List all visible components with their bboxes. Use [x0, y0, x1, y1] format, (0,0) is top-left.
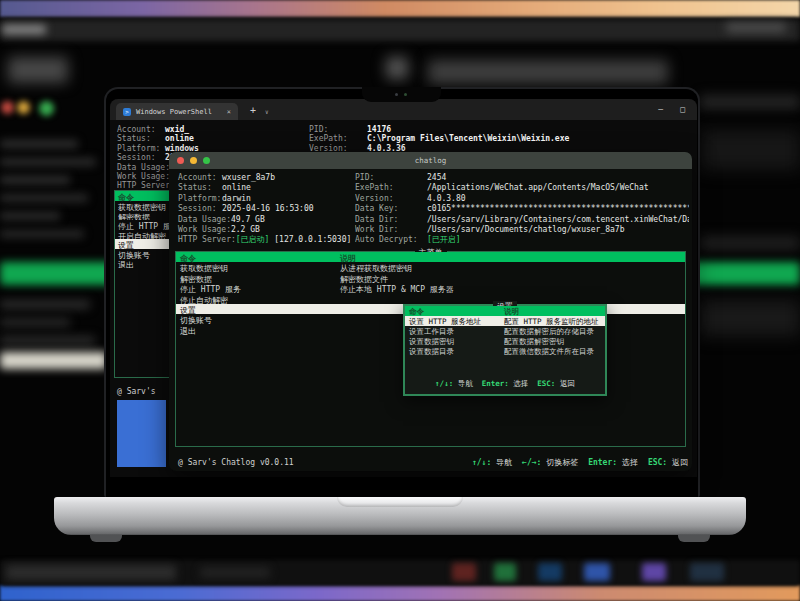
info-row: Account:wxid_ [117, 125, 257, 134]
blur-blob [0, 336, 95, 345]
key-hint: ↑/↓: 导航 [435, 379, 473, 389]
settings-popup-footer: ↑/↓: 导航Enter: 选择ESC: 返回 [405, 379, 605, 389]
blurred-white-bar [0, 352, 107, 369]
info-row: PID:14176 [309, 125, 569, 134]
info-row: ExePath:C:\Program Files\Tencent\Weixin\… [309, 134, 569, 143]
powershell-info-right: PID:14176ExePath:C:\Program Files\Tencen… [309, 125, 569, 153]
tab-title: Windows PowerShell [136, 108, 212, 116]
minimize-button[interactable]: — [658, 105, 663, 114]
info-row: Auto Decrypt:[已开启] [355, 235, 689, 245]
traffic-lights [177, 157, 210, 164]
info-row: PID:2454 [355, 173, 689, 183]
blurred-traffic-light-green [39, 101, 54, 116]
settings-popup-row[interactable]: 设置数据密钥配置数据解密密钥 [405, 336, 605, 346]
blur-blob [428, 60, 668, 84]
key-hint: ←/→: 切换标签 [522, 457, 578, 468]
blur-blob [0, 194, 88, 202]
powershell-icon [123, 108, 131, 116]
blur-blob [6, 565, 176, 580]
key-hint: Enter: 选择 [588, 457, 638, 468]
blurred-traffic-light-yellow [17, 101, 30, 114]
settings-popup-header: 命令 说明 [405, 306, 605, 316]
blur-blob [726, 23, 786, 32]
blurred-traffic-light-red [1, 101, 14, 114]
blur-blob [2, 25, 46, 34]
blur-blob [200, 567, 270, 578]
blur-blob [0, 318, 70, 327]
info-row: Version:4.0.3.80 [355, 194, 689, 204]
blur-blob [700, 95, 800, 109]
new-tab-button[interactable]: + [250, 105, 256, 116]
info-row: Session:2025-04-16 16:53:00 [178, 204, 351, 214]
main-menu-row[interactable]: 停止自动解密 [176, 294, 685, 304]
blurred-dock-icon [690, 563, 724, 581]
blur-blob [0, 230, 84, 238]
blur-blob [0, 300, 90, 309]
powershell-tabbar: Windows PowerShell × + ∨ — □ [110, 99, 697, 120]
camera-indicator [404, 93, 407, 96]
blurred-dock-icon [538, 563, 562, 581]
key-hint: ESC: 返回 [537, 379, 575, 389]
info-row: Account:wxuser_8a7b [178, 173, 351, 183]
laptop-lid-scoop [337, 497, 463, 507]
chatlog-info-right: PID:2454ExePath:/Applications/WeChat.app… [355, 173, 689, 246]
maximize-button[interactable]: □ [680, 105, 685, 114]
powershell-statusbar: @ Sarv's [117, 387, 156, 396]
info-row: Status:online [178, 183, 351, 193]
blur-blob [0, 19, 800, 41]
blur-blob [700, 236, 800, 250]
laptop-notch [362, 87, 441, 102]
main-menu-row[interactable]: 停止 HTTP 服务停止本地 HTTP & MCP 服务器 [176, 283, 685, 293]
app-version: @ Sarv's Chatlog v0.0.11 [178, 458, 294, 467]
key-hint: Enter: 选择 [482, 379, 529, 389]
blur-blob [386, 57, 408, 79]
background-bottom-gradient [0, 585, 800, 601]
tab-windows-powershell[interactable]: Windows PowerShell × [116, 103, 238, 120]
blur-blob [8, 57, 68, 83]
blurred-dock-icon [494, 563, 516, 581]
settings-popup: 设置 命令 说明 设置 HTTP 服务地址配置 HTTP 服务监听的地址设置工作… [403, 304, 607, 396]
blur-blob [0, 158, 96, 166]
laptop-foot [678, 535, 710, 542]
blur-blob [0, 176, 70, 184]
info-row: Platform:darwin [178, 194, 351, 204]
blue-block [117, 400, 166, 467]
background-top-gradient [0, 0, 800, 17]
info-row: Status:online [117, 134, 257, 143]
statusbar-key-hints: ↑/↓: 导航←/→: 切换标签Enter: 选择ESC: 返回 [472, 457, 688, 468]
blur-blob [702, 130, 800, 170]
settings-popup-row[interactable]: 设置数据目录配置微信数据文件所在目录 [405, 346, 605, 356]
main-menu-row[interactable]: 获取数据密钥从进程获取数据密钥 [176, 262, 685, 272]
blurred-dock-icon [584, 563, 610, 581]
blur-blob [0, 212, 60, 220]
main-menu-header: 命令 说明 [176, 252, 685, 262]
info-row: Data Usage:49.7 GB [178, 215, 351, 225]
info-row: ExePath:/Applications/WeChat.app/Content… [355, 183, 689, 193]
tab-close-icon[interactable]: × [227, 108, 231, 116]
window-title: chatlog [415, 156, 447, 165]
blurred-dock-icon [452, 563, 476, 581]
close-traffic-light[interactable] [177, 157, 184, 164]
main-menu-row[interactable]: 解密数据解密数据文件 [176, 273, 685, 283]
settings-popup-row[interactable]: 设置工作目录配置数据解密后的存储目录 [405, 326, 605, 336]
maximize-traffic-light[interactable] [203, 157, 210, 164]
key-hint: ↑/↓: 导航 [472, 457, 512, 468]
chatlog-info-left: Account:wxuser_8a7bStatus:onlinePlatform… [178, 173, 351, 246]
chatlog-statusbar: @ Sarv's Chatlog v0.0.11 ↑/↓: 导航←/→: 切换标… [169, 457, 692, 468]
blur-blob [700, 300, 800, 336]
laptop-foot [90, 535, 122, 542]
info-row: Data Dir:/Users/sarv/Library/Containers/… [355, 215, 689, 225]
settings-popup-row[interactable]: 设置 HTTP 服务地址配置 HTTP 服务监听的地址 [405, 316, 605, 326]
minimize-traffic-light[interactable] [190, 157, 197, 164]
key-hint: ESC: 返回 [648, 457, 688, 468]
chatlog-titlebar[interactable]: chatlog [169, 152, 692, 169]
tab-dropdown-icon[interactable]: ∨ [265, 108, 269, 115]
blur-blob [0, 140, 78, 148]
info-row: Work Dir:/Users/sarv/Documents/chatlog/w… [355, 225, 689, 235]
chatlog-window[interactable]: chatlog Account:wxuser_8a7bStatus:online… [169, 152, 692, 471]
info-row: Data Key:c0165**************************… [355, 204, 689, 214]
info-row: Work Usage:2.2 GB [178, 225, 351, 235]
desktop: Windows PowerShell × + ∨ — □ Account:wxi… [0, 0, 800, 601]
blurred-dock-icon [642, 563, 666, 581]
camera-dot [395, 93, 398, 96]
